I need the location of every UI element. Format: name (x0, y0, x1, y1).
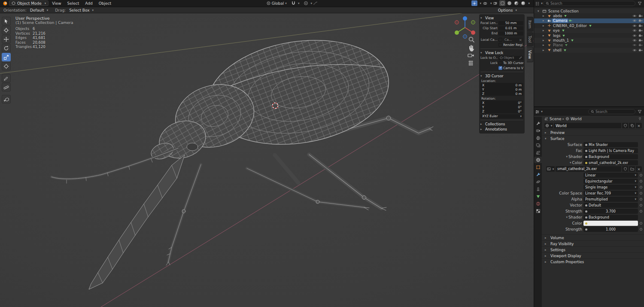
tab-output-properties[interactable] (534, 135, 542, 141)
cursor-rot-y[interactable]: Y0° (480, 105, 523, 109)
gizmo-axis-y[interactable] (455, 30, 459, 35)
view-section-title[interactable]: View (485, 16, 494, 20)
custom-properties-section-header[interactable]: Custom Properties (542, 258, 644, 264)
expand-arrow[interactable] (543, 43, 547, 47)
hide-eye-icon[interactable] (632, 18, 637, 23)
gizmo-axis-x[interactable] (471, 30, 475, 35)
proportional-editing-icon[interactable] (304, 1, 308, 6)
render-visibility-icon[interactable] (638, 18, 643, 23)
lock-to-object-field[interactable]: Object (498, 56, 523, 60)
annotations-section-title[interactable]: Annotations (485, 127, 507, 131)
render-visibility-icon[interactable] (638, 33, 643, 38)
surface-shader-button[interactable]: Mix Shader (583, 142, 638, 147)
outliner-row-cinema-4d-editor[interactable]: CINEMA_4D_Editor (534, 23, 644, 28)
color2-swatch[interactable] (583, 221, 638, 226)
local-camera-checkbox[interactable] (498, 38, 502, 42)
interpolation-dropdown[interactable]: Linear (583, 173, 638, 178)
alpha-mode-dropdown[interactable]: Premultiplied (583, 197, 638, 202)
shading-solid-button[interactable] (506, 0, 512, 6)
render-visibility-icon[interactable] (638, 14, 643, 18)
breadcrumb-scene[interactable]: Scene (550, 117, 561, 121)
tool-cursor[interactable] (2, 26, 11, 34)
expand-arrow[interactable] (543, 24, 547, 27)
outliner-row-plane[interactable]: Plane (534, 43, 644, 48)
properties-filter-button[interactable] (637, 109, 643, 115)
gizmo-dropdown[interactable] (478, 2, 481, 5)
expand-arrow[interactable] (543, 39, 547, 42)
hide-eye-icon[interactable] (632, 48, 637, 52)
outliner-row-camera[interactable]: Camera (534, 18, 644, 23)
color-input-button[interactable]: small_cathedral_2k.exr (583, 160, 638, 165)
tool-transform[interactable] (2, 62, 11, 70)
tab-world-properties[interactable] (534, 157, 542, 163)
gizmo-axis-z-neg[interactable] (463, 35, 467, 39)
outliner-row-eye[interactable]: eye (534, 28, 644, 33)
tab-physics-properties[interactable] (534, 179, 542, 185)
tool-measure[interactable] (2, 83, 11, 91)
overlays-dropdown[interactable] (489, 2, 492, 5)
rotation-mode-dropdown[interactable]: XYZ Euler (480, 114, 523, 119)
expand-arrow[interactable] (543, 19, 547, 22)
camera-to-view-checkbox[interactable] (498, 66, 502, 70)
snap-settings-dropdown[interactable] (297, 2, 300, 5)
expand-arrow[interactable] (543, 14, 547, 18)
unlink-image-button[interactable] (636, 166, 642, 172)
projection-dropdown[interactable]: Equirectangular (583, 179, 638, 184)
color-space-dropdown[interactable]: Linear Rec.709 (583, 191, 638, 196)
clip-end-field[interactable]: 1000 m (498, 31, 523, 36)
unlink-world-button[interactable] (636, 123, 642, 128)
hide-eye-icon[interactable] (632, 14, 637, 18)
tab-render-properties[interactable] (534, 128, 542, 134)
gizmo-axis-x-neg[interactable] (455, 21, 459, 24)
fake-user-shield-button[interactable] (622, 123, 628, 128)
tab-view[interactable]: View (527, 47, 533, 62)
preview-section-header[interactable]: Preview (542, 129, 644, 135)
outliner-editor-type-button[interactable] (536, 1, 542, 6)
menu-object[interactable]: Object (96, 1, 114, 6)
render-visibility-icon[interactable] (638, 48, 643, 52)
tab-tool[interactable]: Tool (527, 32, 533, 46)
falloff-dropdown[interactable] (309, 2, 312, 5)
outliner-filter-button[interactable] (637, 1, 643, 6)
image-name-field[interactable]: small_cathedral_2k.exr (556, 166, 621, 172)
vector-input-button[interactable]: Default (583, 203, 638, 208)
volume-section-header[interactable]: Volume (542, 234, 644, 240)
gizmo-axis-z[interactable] (463, 16, 467, 21)
tab-material-properties[interactable] (534, 201, 542, 207)
shader-input-button[interactable]: Background (583, 154, 638, 159)
pan-view-button[interactable] (469, 45, 474, 52)
tab-object-data-properties[interactable] (534, 193, 542, 200)
shading-material-button[interactable] (513, 0, 519, 6)
browse-world-button[interactable] (544, 123, 553, 128)
image-fake-user-button[interactable] (622, 166, 628, 172)
drag-mode-dropdown[interactable]: Select Box (68, 8, 95, 12)
tab-item[interactable]: Item (527, 17, 533, 32)
viewport-3d[interactable]: User Perspective (1) Scene Collection | … (0, 13, 534, 307)
render-visibility-icon[interactable] (638, 24, 643, 28)
expand-arrow[interactable] (538, 9, 541, 13)
outliner-search[interactable] (543, 1, 635, 6)
show-overlays-toggle[interactable] (482, 0, 488, 6)
show-gizmo-toggle[interactable] (471, 0, 477, 6)
outliner-row-mouth-1[interactable]: mouth_1 (534, 38, 644, 43)
cursor-rot-z[interactable]: Z0° (480, 109, 523, 113)
transform-pivot-icon[interactable] (266, 1, 271, 6)
tab-object-properties[interactable] (534, 164, 542, 170)
view-lock-section-title[interactable]: View Lock (485, 51, 503, 55)
image-source-dropdown[interactable]: Single Image (583, 185, 638, 190)
tool-add-cube[interactable] (2, 95, 11, 103)
properties-search-input[interactable] (595, 110, 633, 114)
expand-arrow[interactable] (543, 49, 547, 52)
outliner-row-scene-collection[interactable]: Scene Collection (534, 9, 644, 13)
pin-id-icon[interactable] (638, 117, 642, 121)
fac-input-button[interactable]: Light Path | Is Camera Ray (583, 148, 638, 153)
expand-arrow[interactable] (543, 34, 547, 37)
orientation-dropdown[interactable]: Global (272, 1, 287, 6)
tab-view-layer-properties[interactable] (534, 142, 542, 149)
tab-scene-properties[interactable] (534, 149, 542, 156)
shading-wireframe-button[interactable] (499, 0, 505, 6)
outliner-row-shell[interactable]: shell (534, 48, 644, 52)
camera-view-button[interactable] (468, 54, 474, 57)
settings-section-header[interactable]: Settings (542, 246, 644, 252)
zoom-view-button[interactable] (469, 37, 474, 43)
